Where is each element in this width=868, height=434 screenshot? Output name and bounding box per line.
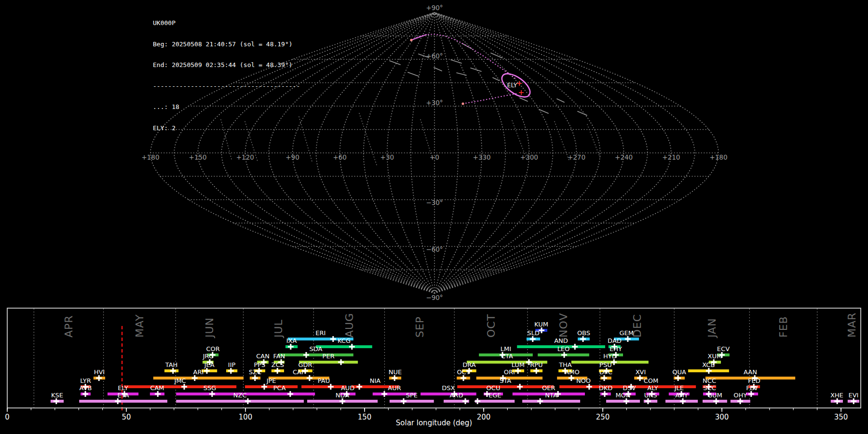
shower-label-JPE: JPE xyxy=(266,377,276,384)
month-label: OCT xyxy=(485,314,497,338)
shower-label-EHY: EHY xyxy=(610,345,622,353)
shower-label-OCU: OCU xyxy=(487,384,501,392)
shower-label-SLD: SLD xyxy=(527,329,540,337)
shower-label-ELY: ELY xyxy=(118,384,128,392)
month-label: FEB xyxy=(777,316,789,338)
sporadic-count: ...: 18 xyxy=(153,104,300,111)
shower-label-OCT: OCT xyxy=(457,368,470,376)
sporadic-meteor-dash xyxy=(578,111,587,115)
meteor-trail xyxy=(463,94,518,104)
shower-label-THA: THA xyxy=(558,361,572,368)
shower-bars: KUMERISLDOBSGEMIXAKCGANDDADCORSDALMILEOE… xyxy=(51,321,859,404)
shower-label-SCC: SCC xyxy=(703,384,716,392)
month-label: SEP xyxy=(414,316,426,338)
shower-label-TAH: TAH xyxy=(165,361,178,368)
meteor-trail-lead xyxy=(411,35,427,41)
shower-label-NZC: NZC xyxy=(233,392,247,399)
shower-label-AMO: AMO xyxy=(565,368,579,376)
ely-ellipse-label: ELY xyxy=(507,81,517,89)
sporadic-meteor-dash xyxy=(520,98,528,101)
shower-label-XCB: XCB xyxy=(702,361,715,368)
shower-label-LUM: LUM xyxy=(512,361,525,368)
shower-label-COM: COM xyxy=(644,377,659,384)
latitude-label: −60° xyxy=(426,245,443,253)
shower-label-QUA: QUA xyxy=(672,368,686,376)
tick-label: 300 xyxy=(715,413,729,421)
shower-label-PPS: PPS xyxy=(254,361,265,368)
longitude-label: +60 xyxy=(333,153,347,161)
month-label: JUN xyxy=(203,317,216,339)
shower-label-HVI: HVI xyxy=(94,368,105,376)
shower-label-DSV: DSV xyxy=(623,384,636,392)
meteor-trail-start-dot xyxy=(461,102,464,105)
shower-bar-SDA xyxy=(278,353,353,356)
shower-label-EVI: EVI xyxy=(848,392,858,399)
meteor-trail-start-dot xyxy=(410,39,412,41)
longitude-label: +0 xyxy=(430,153,439,161)
shower-label-SDA: SDA xyxy=(310,345,323,353)
shower-label-LMI: LMI xyxy=(501,345,511,353)
shower-label-IIP: IIP xyxy=(228,361,236,368)
tick-label: 0 xyxy=(5,413,10,421)
shower-label-ALY: ALY xyxy=(647,384,658,392)
sporadic-meteor-dash xyxy=(434,68,442,71)
shower-bar-EGE xyxy=(475,400,515,403)
shower-label-AVB: AVB xyxy=(80,384,92,392)
shower-bar-ETA xyxy=(79,400,167,403)
sporadic-meteor-dash xyxy=(390,61,400,65)
shower-label-NIA: NIA xyxy=(370,377,381,384)
longitude-label: +300 xyxy=(520,153,538,161)
shower-label-PCA: PCA xyxy=(273,384,286,392)
shower-label-SZC: SZC xyxy=(249,368,261,376)
longitude-label: +150 xyxy=(189,153,207,161)
shower-bar-NZC xyxy=(176,400,304,403)
shower-label-PER: PER xyxy=(323,353,335,360)
shower-label-EGE: EGE xyxy=(488,392,502,399)
shower-label-CAP: CAP xyxy=(293,368,305,376)
shower-label-CAN: CAN xyxy=(256,353,270,360)
shower-label-FEV: FEV xyxy=(746,384,758,392)
shower-label-KCG: KCG xyxy=(338,337,351,344)
shower-label-DKD: DKD xyxy=(599,384,613,392)
shower-bar-SPE xyxy=(390,400,434,403)
month-label: NOV xyxy=(557,313,570,338)
longitude-label: +90 xyxy=(285,153,299,161)
radiant-activity-screenshot: +180+150+120+90+60+30+0+330+300+270+240+… xyxy=(0,0,868,434)
shower-label-STA: STA xyxy=(500,377,511,384)
shower-meteor-cross xyxy=(517,81,522,86)
tick-label: 200 xyxy=(477,413,491,421)
longitude-label: +240 xyxy=(615,153,633,161)
secondary-grid-segment xyxy=(555,122,569,160)
month-label: MAY xyxy=(134,314,146,338)
shower-bar-NTA xyxy=(522,400,580,403)
shower-label-NDA: NDA xyxy=(336,392,350,399)
shower-label-URS: URS xyxy=(644,392,657,399)
x-axis-title: Solar longitude (deg) xyxy=(396,419,472,427)
sporadic-meteor-dash xyxy=(457,73,466,75)
shower-label-ECV: ECV xyxy=(717,345,730,353)
camera-id: UK000P xyxy=(153,20,300,27)
tick-label: 100 xyxy=(239,413,253,421)
shower-label-XVI: XVI xyxy=(636,368,646,376)
shower-bar-JPE xyxy=(245,385,298,388)
shower-label-OHY: OHY xyxy=(733,392,747,399)
longitude-label: +120 xyxy=(236,153,254,161)
shower-label-XUM: XUM xyxy=(708,353,722,360)
meridian-line xyxy=(434,13,600,293)
shower-label-LEO: LEO xyxy=(557,345,570,353)
shower-bar-PAU xyxy=(301,385,346,388)
shower-bar-JMC xyxy=(124,385,236,388)
shower-label-JMC: JMC xyxy=(174,377,186,384)
shower-label-JLE: JLE xyxy=(674,384,684,392)
latitude-label: +90° xyxy=(426,4,443,12)
shower-label-ERI: ERI xyxy=(315,329,326,337)
shower-label-DAD: DAD xyxy=(608,337,622,344)
shower-label-IXA: IXA xyxy=(286,337,297,344)
shower-label-ORI: ORI xyxy=(504,368,515,376)
shower-bar-KCG xyxy=(316,345,372,348)
shower-label-NOO: NOO xyxy=(576,377,591,384)
shower-label-SSG: SSG xyxy=(203,384,217,392)
secondary-grid-segment xyxy=(359,113,377,166)
shower-label-JRC: JRC xyxy=(203,353,213,360)
shower-label-AND: AND xyxy=(554,337,568,344)
